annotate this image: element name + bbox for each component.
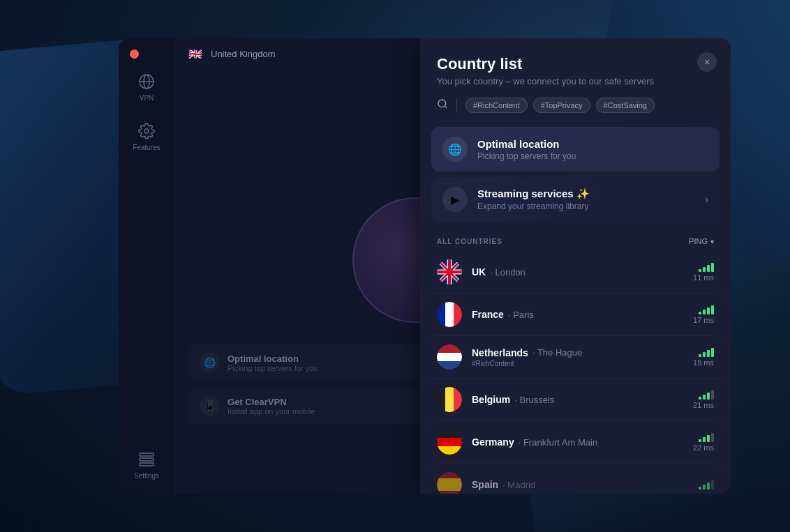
sidebar-item-settings[interactable]: Settings [134, 451, 159, 480]
countries-header: ALL COUNTRIES PING ▾ [420, 227, 731, 251]
close-traffic-light[interactable] [130, 50, 139, 59]
flag-germany [437, 430, 462, 455]
country-city-germany: · Frankfurt Am Main [519, 437, 597, 448]
close-button[interactable]: × [697, 52, 717, 72]
svg-rect-20 [454, 302, 462, 327]
svg-rect-32 [437, 491, 462, 494]
ping-info-france: 17 ms [693, 305, 714, 324]
country-name-germany: Germany [472, 436, 514, 448]
streaming-card-text: Streaming services ✨ Expand your streami… [477, 188, 695, 211]
svg-rect-21 [437, 344, 462, 353]
streaming-services-card[interactable]: ▶ Streaming services ✨ Expand your strea… [431, 177, 720, 222]
search-tag-costsaving[interactable]: #CostSaving [596, 98, 655, 113]
ping-bar-3 [707, 307, 710, 314]
flag-france [437, 302, 462, 327]
svg-rect-29 [437, 446, 462, 455]
flag-spain [437, 472, 462, 494]
optimal-globe-icon: 🌐 [442, 137, 468, 162]
sidebar: VPN Features Settings [119, 38, 174, 494]
svg-rect-30 [437, 472, 462, 478]
optimal-location-card[interactable]: 🌐 Optimal location Picking top servers f… [431, 127, 720, 172]
sidebar-item-vpn[interactable]: VPN [138, 73, 155, 102]
ping-info-netherlands: 19 ms [693, 347, 714, 367]
ping-info-germany: 22 ms [693, 432, 714, 452]
country-row-spain[interactable]: Spain · Madrid [428, 463, 722, 494]
bg-card-globe-icon: 🌐 [200, 353, 219, 372]
ping-bars-spain [699, 480, 714, 489]
country-row-belgium[interactable]: Belgium · Brussels 21 ms [428, 378, 722, 420]
svg-rect-19 [445, 302, 454, 327]
country-row-uk[interactable]: UK · London 11 ms [428, 251, 722, 293]
streaming-card-subtitle: Expand your streaming library [477, 202, 695, 211]
svg-rect-4 [140, 453, 154, 456]
ping-bar-1 [699, 439, 701, 442]
country-list: UK · London 11 ms [420, 251, 731, 494]
ping-bar-3 [707, 350, 710, 357]
ping-bar-1 [699, 354, 701, 357]
ping-value-france: 17 ms [693, 316, 714, 324]
search-divider [456, 98, 457, 112]
svg-rect-22 [437, 353, 462, 361]
ping-bar-4 [711, 433, 714, 442]
country-row-netherlands[interactable]: Netherlands · The Hague #RichContent 19 … [428, 335, 722, 378]
ping-value-germany: 22 ms [693, 443, 714, 452]
bg-card-mobile-icon: 📱 [200, 396, 219, 416]
ping-info-uk: 11 ms [693, 262, 714, 282]
svg-rect-24 [437, 387, 445, 412]
ping-bar-3 [707, 435, 710, 442]
flag-netherlands [437, 344, 462, 370]
country-name-row-belgium: Belgium · Brussels [472, 394, 683, 405]
ping-bars-netherlands [699, 347, 714, 357]
ping-bar-4 [711, 263, 714, 272]
gear-icon [138, 123, 155, 139]
country-name-row-uk: UK · London [472, 266, 683, 278]
ping-bar-2 [703, 437, 706, 442]
country-city-france: · Paris [508, 310, 534, 320]
country-info-uk: UK · London [472, 266, 683, 278]
search-tags: #RichContent #TopPrivacy #CostSaving [465, 98, 655, 113]
svg-rect-5 [140, 458, 154, 461]
search-bar: #RichContent #TopPrivacy #CostSaving [420, 98, 731, 121]
ping-label: PING [689, 237, 708, 245]
country-city-spain: · Madrid [502, 480, 535, 490]
ping-sort-button[interactable]: PING ▾ [689, 237, 714, 245]
svg-rect-6 [140, 463, 154, 466]
close-icon: × [704, 56, 710, 68]
panel-subtitle: You pick country – we connect you to our… [437, 76, 714, 86]
country-info-spain: Spain · Madrid [472, 479, 689, 490]
ping-bar-2 [703, 395, 706, 400]
country-city-belgium: · Brussels [514, 395, 554, 405]
country-list-panel: Country list You pick country – we conne… [420, 38, 731, 494]
ping-bar-1 [699, 269, 701, 272]
panel-header: Country list You pick country – we conne… [420, 38, 731, 98]
streaming-play-icon: ▶ [442, 187, 468, 212]
panel-title: Country list [437, 55, 714, 73]
country-name-belgium: Belgium [472, 394, 510, 405]
sidebar-item-features[interactable]: Features [133, 123, 160, 151]
ping-bar-1 [699, 397, 701, 400]
country-row-germany[interactable]: Germany · Frankfurt Am Main 22 ms [428, 420, 722, 463]
ping-bar-4 [711, 480, 714, 489]
optimal-card-text: Optimal location Picking top servers for… [477, 138, 708, 161]
ping-bar-3 [707, 393, 710, 400]
optimal-card-title: Optimal location [477, 138, 708, 150]
ping-bar-2 [703, 310, 706, 314]
country-name-row-germany: Germany · Frankfurt Am Main [472, 436, 683, 448]
country-name-row-spain: Spain · Madrid [472, 479, 689, 490]
country-row-france[interactable]: France · Paris 17 ms [428, 293, 722, 335]
search-tag-topprivacy[interactable]: #TopPrivacy [533, 98, 590, 113]
svg-rect-23 [437, 361, 462, 370]
ping-value-netherlands: 19 ms [693, 358, 714, 367]
main-content: 🇬🇧 United Kingdom 🌐 Optimal location Pic… [174, 38, 731, 494]
ping-bar-3 [707, 265, 710, 272]
svg-rect-25 [445, 387, 454, 412]
chevron-right-icon: › [705, 194, 708, 205]
country-name-uk: UK [472, 266, 486, 278]
search-tag-richcontent[interactable]: #RichContent [465, 98, 528, 113]
country-city-uk: · London [490, 267, 526, 278]
svg-rect-28 [437, 438, 462, 446]
ping-bar-1 [699, 487, 701, 489]
country-city-netherlands: · The Hague [532, 347, 582, 358]
svg-line-8 [445, 106, 447, 108]
country-name-row-france: France · Paris [472, 309, 683, 320]
